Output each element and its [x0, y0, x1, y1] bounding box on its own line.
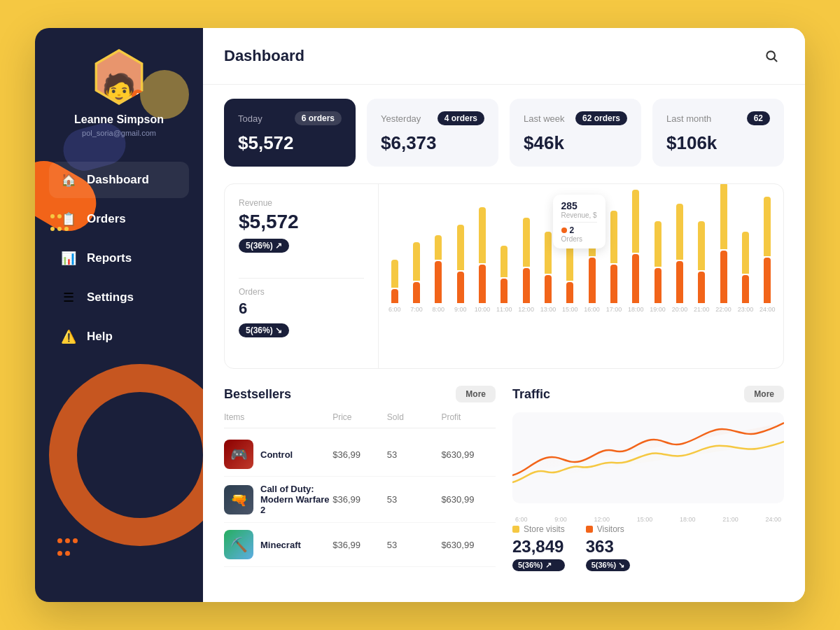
bar-time-label: 24:00: [759, 306, 776, 313]
bar-group: [451, 225, 469, 303]
stat-card-header: Yesterday 4 orders: [381, 111, 484, 125]
table-row: 🔫Call of Duty: Modern Warfare 2$36,9953$…: [224, 477, 496, 523]
orders-value: 6: [239, 300, 364, 318]
bar-yellow: [720, 184, 727, 249]
svg-line-1: [774, 59, 777, 62]
store-visits-label: Store visits: [512, 524, 565, 534]
stat-card-header: Last week 62 orders: [524, 111, 627, 125]
content-area: Today 6 orders $5,572 Yesterday 4 orders…: [203, 85, 805, 602]
item-profit: $630,99: [441, 494, 496, 505]
sidebar-item-label: Settings: [87, 290, 134, 304]
bar-group: [496, 246, 513, 303]
bar-time-label: 19:00: [649, 306, 666, 313]
stat-period: Today: [238, 113, 262, 124]
table-header: Items Price Sold Profit: [224, 412, 496, 428]
bar-orange: [764, 258, 771, 303]
col-profit: Profit: [441, 412, 496, 422]
sidebar-item-dashboard[interactable]: 🏠 Dashboard: [49, 162, 189, 198]
bar-group: [649, 221, 666, 303]
traffic-time-label: 24:00: [765, 516, 781, 523]
sidebar-item-orders[interactable]: 📋 Orders: [49, 201, 189, 237]
page-title: Dashboard: [224, 47, 304, 65]
search-button[interactable]: [759, 43, 784, 69]
item-price: $36,99: [332, 449, 387, 460]
col-sold: Sold: [387, 412, 442, 422]
sidebar-item-label: Reports: [87, 251, 132, 265]
item-cell: 🔫Call of Duty: Modern Warfare 2: [224, 484, 332, 515]
bar-yellow: [654, 221, 662, 267]
bar-time-label: 10:00: [473, 306, 491, 313]
bar-yellow: [545, 232, 552, 274]
table-row: ⛏️Minecraft$36,9953$630,99: [224, 523, 496, 567]
bar-group: [561, 246, 579, 303]
bar-time-label: 17:00: [605, 306, 622, 313]
bar-time-label: 7:00: [407, 306, 425, 313]
bar-yellow: [676, 204, 683, 260]
traffic-more-button[interactable]: More: [744, 386, 784, 402]
sidebar-item-reports[interactable]: 📊 Reports: [49, 240, 189, 276]
table-row: 🎮Control$36,9953$630,99: [224, 433, 496, 477]
stat-cards-row: Today 6 orders $5,572 Yesterday 4 orders…: [224, 99, 784, 167]
traffic-time-label: 9:00: [554, 516, 567, 523]
nav-menu: 🏠 Dashboard 📋 Orders 📊 Reports ☰ Setting…: [49, 162, 189, 581]
bar-group: [736, 232, 754, 303]
bestsellers-panel: Bestsellers More Items Price Sold Profit…: [224, 386, 496, 588]
bar-time-label: 6:00: [386, 306, 403, 313]
revenue-value: $5,572: [239, 211, 364, 233]
app-container: 🧑 1 Leanne Simpson pol_soria@gmail.com 🏠…: [35, 28, 805, 602]
store-visits-stat: Store visits 23,849 5(36%) ↗: [512, 524, 565, 588]
sidebar-item-settings[interactable]: ☰ Settings: [49, 279, 189, 316]
bar-yellow: [610, 211, 617, 263]
bar-time-label: 15:00: [561, 306, 579, 313]
bar-time-label: 21:00: [693, 306, 710, 313]
visitors-trend-badge: 5(36%) ↘: [586, 559, 631, 571]
sidebar-item-label: Orders: [87, 212, 126, 226]
bar-group: [693, 221, 710, 303]
help-icon: ⚠️: [60, 328, 77, 345]
bar-orange: [457, 272, 464, 303]
tooltip-revenue-label: Revenue, $: [561, 211, 597, 219]
bar-yellow: [479, 207, 486, 263]
bar-time-label: 22:00: [715, 306, 732, 313]
visitors-label: Visitors: [586, 524, 631, 534]
reports-icon: 📊: [60, 250, 77, 267]
bestsellers-title: Bestsellers: [224, 387, 291, 402]
profile-area: 🧑 1 Leanne Simpson pol_soria@gmail.com: [49, 49, 189, 137]
traffic-panel: Traffic More: [512, 386, 784, 588]
bar-time-label: 9:00: [451, 306, 469, 313]
traffic-time-label: 12:00: [594, 516, 610, 523]
chart-tooltip: 285 Revenue, $ 2 Orders: [553, 195, 606, 248]
bar-orange: [589, 258, 596, 303]
bar-time-label: 8:00: [430, 306, 447, 313]
sidebar-item-help[interactable]: ⚠️ Help: [49, 318, 189, 355]
bar-orange: [413, 282, 420, 303]
bottom-section: Bestsellers More Items Price Sold Profit…: [224, 386, 784, 588]
bestsellers-more-button[interactable]: More: [456, 386, 496, 402]
bar-group: [759, 197, 776, 303]
bar-orange: [391, 289, 398, 303]
bar-group: [627, 190, 645, 303]
traffic-x-labels: 6:00 9:00 12:00 15:00 18:00 21:00 24:00: [512, 514, 784, 524]
bar-time-label: 23:00: [736, 306, 754, 313]
bar-yellow: [742, 232, 749, 274]
bar-group: [386, 260, 403, 303]
bar-time-label: 18:00: [627, 306, 645, 313]
stat-card-yesterday: Yesterday 4 orders $6,373: [367, 99, 498, 167]
bar-orange: [610, 265, 617, 303]
bar-time-labels: 6:007:008:009:0010:0011:0012:0013:0015:0…: [379, 303, 783, 313]
traffic-stats: Store visits 23,849 5(36%) ↗ Visitors: [512, 524, 784, 588]
traffic-header: Traffic More: [512, 386, 784, 402]
traffic-time-label: 21:00: [722, 516, 738, 523]
tooltip-orders-label: Orders: [561, 235, 597, 243]
sidebar-item-label: Help: [87, 330, 113, 344]
orders-icon: 📋: [60, 211, 77, 227]
bestsellers-header: Bestsellers More: [224, 386, 496, 402]
item-name: Control: [260, 449, 293, 460]
bar-orange: [566, 282, 573, 303]
legend-dot-yellow: [512, 526, 519, 533]
bar-time-label: 16:00: [583, 306, 601, 313]
bar-group: [715, 184, 732, 303]
bar-time-label: 13:00: [539, 306, 556, 313]
traffic-title: Traffic: [512, 387, 550, 402]
tooltip-orders-value: 2: [570, 225, 575, 235]
